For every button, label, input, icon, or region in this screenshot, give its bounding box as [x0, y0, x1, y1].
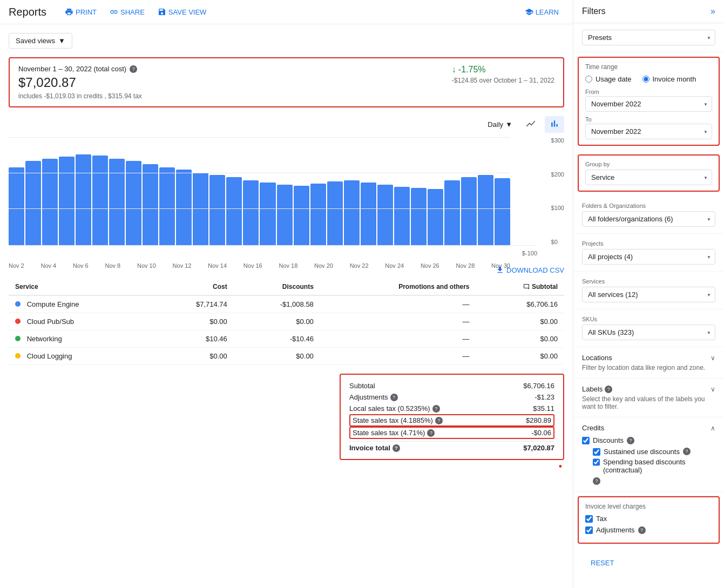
bar-27[interactable]	[444, 180, 460, 245]
bar-15[interactable]	[243, 180, 259, 245]
bar-3[interactable]	[42, 159, 58, 245]
locations-chevron-icon[interactable]: ∨	[711, 354, 715, 362]
from-label: From	[585, 89, 712, 95]
line-chart-btn[interactable]	[521, 116, 540, 133]
bar-16[interactable]	[260, 183, 275, 245]
group-by-section: Group by Service	[578, 154, 720, 192]
main-content: Reports PRINT SHARE SAVE VIEW LEARN Save…	[0, 0, 573, 588]
tax-checkbox[interactable]	[585, 515, 593, 523]
adjustments-help-icon[interactable]: ?	[390, 394, 398, 401]
discount-cell-4: $0.00	[234, 348, 320, 365]
bar-10[interactable]	[159, 167, 175, 245]
invoice-total-help-icon[interactable]: ?	[393, 444, 400, 452]
data-table: Service Cost Discounts Promotions and ot…	[9, 279, 564, 365]
adjustments-filter-help-icon[interactable]: ?	[638, 526, 646, 534]
period-help-icon[interactable]: ?	[130, 65, 137, 73]
sustained-use-checkbox[interactable]	[593, 448, 600, 456]
chart-wrapper: $300 $200 $100 $0	[9, 137, 564, 261]
learn-button[interactable]: LEARN	[519, 4, 564, 19]
bar-22[interactable]	[361, 183, 376, 245]
local-tax-help-icon[interactable]: ?	[432, 405, 440, 413]
bar-26[interactable]	[428, 189, 443, 245]
bar-4[interactable]	[59, 157, 75, 245]
usage-date-radio[interactable]	[585, 76, 592, 83]
state-tax1-label: State sales tax (4.1885%) ?	[353, 416, 443, 424]
adjustments-row: Adjustments ? -$1.23	[349, 391, 554, 403]
summary-includes: includes -$1,019.03 in credits , $315.94…	[18, 92, 430, 100]
invoice-total-label: Invoice total ?	[349, 444, 400, 452]
state-sales-tax2-row: State sales tax (4.71%) ? -$0.06	[349, 427, 554, 439]
save-view-button[interactable]: SAVE VIEW	[152, 4, 212, 19]
bar-5[interactable]	[76, 154, 91, 245]
spending-based-help-icon[interactable]: ?	[593, 477, 600, 485]
bar-8[interactable]	[126, 161, 141, 245]
x-labels: Nov 2 Nov 4 Nov 6 Nov 8 Nov 10 Nov 12 No…	[9, 262, 537, 269]
labels-help-icon[interactable]: ?	[605, 386, 612, 393]
bar-18[interactable]	[294, 186, 309, 245]
to-select[interactable]: November 2022	[585, 124, 712, 139]
state-tax1-help-icon[interactable]: ?	[435, 417, 443, 424]
bar-28[interactable]	[461, 177, 477, 245]
bar-14[interactable]	[226, 177, 242, 245]
bar-9[interactable]	[143, 164, 158, 245]
daily-selector[interactable]: Daily ▼	[483, 118, 517, 131]
share-button[interactable]: SHARE	[104, 4, 150, 19]
spending-based-checkbox-row: Spending based discounts (contractual)	[593, 458, 715, 474]
state-tax2-help-icon[interactable]: ?	[427, 429, 435, 437]
bar-17[interactable]	[277, 185, 293, 245]
subtotal-row: Subtotal $6,706.16	[349, 380, 554, 391]
bar-6[interactable]	[92, 156, 108, 245]
bar-21[interactable]	[344, 180, 360, 245]
bar-1[interactable]	[9, 167, 24, 245]
time-range-label: Time range	[585, 63, 712, 71]
service-cell: Networking	[9, 330, 152, 348]
y-label-300: $300	[551, 137, 564, 144]
adjustments-filter-label: Adjustments	[596, 526, 635, 534]
credits-chevron-icon[interactable]: ∧	[711, 424, 715, 432]
labels-chevron-icon[interactable]: ∨	[711, 386, 715, 393]
summary-change: ↓ -1.75%	[452, 65, 486, 75]
subtotal-value: $6,706.16	[523, 382, 554, 390]
saved-views-dropdown[interactable]: Saved views ▼	[9, 33, 72, 49]
invoice-month-radio[interactable]	[642, 76, 649, 83]
folders-select[interactable]: All folders/organizations (6)	[582, 211, 715, 227]
spending-based-checkbox[interactable]	[593, 458, 600, 466]
bar-12[interactable]	[193, 173, 208, 245]
col-cost: Cost	[152, 279, 234, 295]
projects-select-wrapper: All projects (4)	[582, 249, 715, 265]
bar-chart-btn[interactable]	[545, 116, 564, 133]
adjustments-checkbox[interactable]	[585, 526, 593, 534]
bar-13[interactable]	[209, 175, 225, 245]
group-by-select[interactable]: Service	[585, 170, 712, 185]
collapse-filters-button[interactable]: »	[711, 6, 715, 16]
presets-select[interactable]: Presets	[582, 30, 715, 45]
print-button[interactable]: PRINT	[59, 4, 102, 19]
discounts-checkbox[interactable]	[582, 437, 590, 444]
cost-cell-3: $10.46	[152, 330, 234, 348]
bar-24[interactable]	[394, 187, 410, 245]
invoice-summary: Subtotal $6,706.16 Adjustments ? -$1.23 …	[340, 374, 564, 460]
from-select[interactable]: November 2022	[585, 96, 712, 112]
bar-25[interactable]	[411, 188, 427, 245]
discounts-help-icon[interactable]: ?	[627, 437, 634, 444]
bar-11[interactable]	[176, 170, 192, 245]
bar-23[interactable]	[377, 185, 393, 245]
sustained-use-help-icon[interactable]: ?	[683, 448, 691, 455]
from-field: From November 2022	[585, 89, 712, 112]
bar-20[interactable]	[327, 181, 343, 245]
bar-7[interactable]	[109, 159, 125, 245]
services-select[interactable]: All services (12)	[582, 287, 715, 302]
reset-button[interactable]: RESET	[582, 555, 715, 571]
bar-30[interactable]	[495, 178, 510, 245]
service-cell: Cloud Pub/Sub	[9, 313, 152, 330]
skus-select[interactable]: All SKUs (323)	[582, 325, 715, 340]
invoice-month-option[interactable]: Invoice month	[642, 75, 696, 83]
folders-select-wrapper: All folders/organizations (6)	[582, 211, 715, 227]
bar-2[interactable]	[25, 161, 41, 245]
col-promos: Promotions and others	[320, 279, 476, 295]
projects-select[interactable]: All projects (4)	[582, 249, 715, 265]
usage-date-option[interactable]: Usage date	[585, 75, 632, 83]
bar-19[interactable]	[310, 184, 326, 245]
bar-29[interactable]	[478, 175, 493, 245]
chart-controls: Daily ▼	[9, 116, 564, 133]
